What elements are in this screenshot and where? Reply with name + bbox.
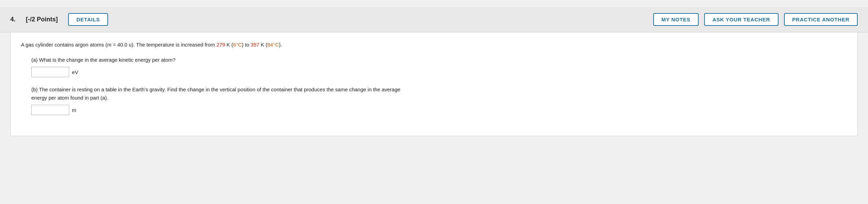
ask-teacher-button[interactable]: ASK YOUR TEACHER (704, 13, 779, 26)
temp1-celsius: 6°C (233, 42, 242, 48)
question-block: 4. [-/2 Points] DETAILS MY NOTES ASK YOU… (0, 7, 868, 136)
content-area: A gas cylinder contains argon atoms (m =… (10, 32, 858, 136)
part-b-unit: m (72, 107, 76, 113)
part-b-text-line2: energy per atom found in part (a). (31, 95, 108, 101)
practice-another-button[interactable]: PRACTICE ANOTHER (784, 13, 858, 26)
part-b-input-row: m (31, 105, 847, 115)
my-notes-button[interactable]: MY NOTES (653, 13, 699, 26)
header-bar: 4. [-/2 Points] DETAILS MY NOTES ASK YOU… (0, 7, 868, 32)
part-a: (a) What is the change in the average ki… (31, 56, 847, 77)
points-label: [-/2 Points] (26, 16, 58, 23)
temp1-kelvin: 279 (216, 42, 225, 48)
details-button[interactable]: DETAILS (68, 13, 108, 26)
problem-statement: A gas cylinder contains argon atoms (m =… (21, 41, 847, 49)
part-b-text-line1: (b) The container is resting on a table … (31, 86, 400, 92)
part-b-label: (b) The container is resting on a table … (31, 85, 847, 102)
question-number: 4. (10, 16, 15, 23)
close-text: ). (279, 42, 282, 48)
action-buttons: MY NOTES ASK YOUR TEACHER PRACTICE ANOTH… (653, 13, 858, 26)
temp2-kelvin: 357 (251, 42, 259, 48)
statement-prefix: A gas cylinder contains argon atoms (m =… (21, 42, 216, 48)
part-b-input[interactable] (31, 105, 69, 115)
part-a-input-row: eV (31, 67, 847, 77)
temp1-unit: K ( (225, 42, 233, 48)
part-a-unit: eV (72, 69, 78, 75)
temp2-unit: K ( (259, 42, 267, 48)
part-a-label: (a) What is the change in the average ki… (31, 56, 847, 64)
part-a-input[interactable] (31, 67, 69, 77)
part-b: (b) The container is resting on a table … (31, 85, 847, 115)
to-text: ) to (242, 42, 251, 48)
temp2-celsius: 84°C (267, 42, 279, 48)
page-container: 4. [-/2 Points] DETAILS MY NOTES ASK YOU… (0, 0, 868, 204)
